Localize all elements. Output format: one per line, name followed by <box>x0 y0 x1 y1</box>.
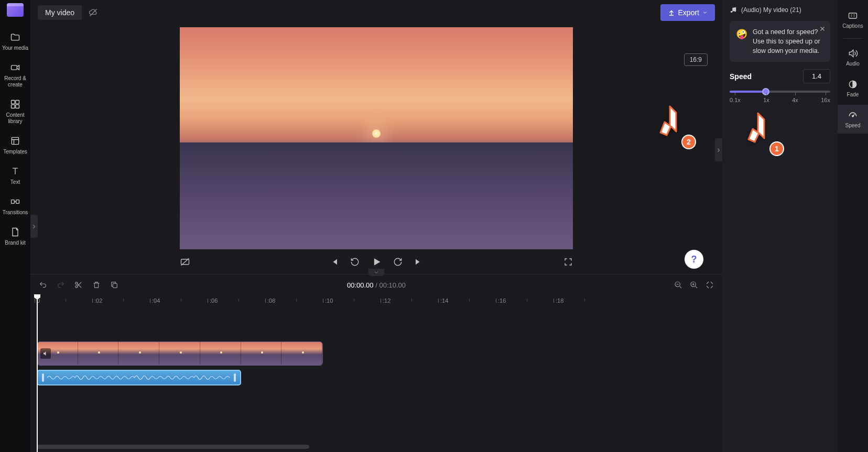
audio-clip[interactable] <box>37 370 241 385</box>
ruler-tick: :08 <box>267 297 275 304</box>
nav-text[interactable]: Text <box>0 160 30 191</box>
chevron-down-icon <box>702 10 708 15</box>
skip-back-icon[interactable] <box>329 257 339 267</box>
nav-label: Your media <box>2 45 28 51</box>
svg-rect-5 <box>12 137 18 144</box>
timecode: 00:00.00 / 00:10.00 <box>347 281 406 289</box>
inspector-panel: (Audio) My video (21) 🤪 Got a need for s… <box>722 0 838 452</box>
nav-templates[interactable]: Templates <box>0 130 30 160</box>
svg-point-11 <box>75 282 78 284</box>
templates-icon <box>9 135 21 147</box>
speedometer-icon <box>848 110 858 120</box>
export-button[interactable]: Export <box>660 4 715 21</box>
slider-tick-label: 1x <box>763 97 769 103</box>
ruler-tick: :06 <box>210 297 218 304</box>
current-time: 00:00.00 <box>347 281 374 289</box>
svg-rect-2 <box>16 101 19 104</box>
fade-icon <box>848 79 858 90</box>
rail-speed[interactable]: Speed <box>838 105 868 134</box>
rewind-icon[interactable] <box>350 257 360 267</box>
nav-your-media[interactable]: Your media <box>0 26 30 57</box>
timeline-ruler[interactable]: 0:02:04:06:08:10:12:14:16:18 <box>37 295 716 311</box>
speed-tip-card: 🤪 Got a need for speed? Use this to spee… <box>730 21 830 62</box>
clip-handle-left[interactable] <box>42 373 44 382</box>
waveform <box>47 374 231 381</box>
slider-tick-label: 16x <box>821 97 830 103</box>
timeline-scrollbar[interactable] <box>37 445 716 449</box>
hide-preview-icon[interactable] <box>180 257 190 267</box>
nav-label: Templates <box>3 149 27 155</box>
rail-captions[interactable]: Captions <box>838 5 868 34</box>
svg-rect-1 <box>12 101 15 104</box>
nav-label: Text <box>10 179 20 185</box>
undo-icon[interactable] <box>39 281 47 289</box>
nav-label: Content library <box>6 112 24 125</box>
transitions-icon <box>9 196 21 207</box>
nav-label: Record & create <box>4 75 26 88</box>
captions-icon <box>848 10 858 21</box>
speed-slider[interactable]: 0.1x1x4x16x <box>730 91 830 103</box>
svg-point-12 <box>75 285 78 288</box>
svg-rect-3 <box>12 105 15 108</box>
selected-clip-title: (Audio) My video (21) <box>730 6 830 14</box>
svg-rect-13 <box>113 283 117 288</box>
topbar: My video Export <box>30 0 722 25</box>
video-clip[interactable] <box>37 341 323 366</box>
nav-content-library[interactable]: Content library <box>0 93 30 130</box>
timeline-toolbar: 00:00.00 / 00:10.00 <box>30 274 722 295</box>
speaker-icon <box>848 48 858 59</box>
speed-row: Speed <box>730 69 830 83</box>
redo-icon[interactable] <box>57 281 65 289</box>
duplicate-icon[interactable] <box>110 281 118 289</box>
ruler-tick: :04 <box>152 297 160 304</box>
nav-brand-kit[interactable]: Brand kit <box>0 221 30 251</box>
rail-audio[interactable]: Audio <box>838 43 868 72</box>
nav-transitions[interactable]: Transitions <box>0 191 30 221</box>
svg-rect-6 <box>12 200 15 204</box>
emoji-icon: 🤪 <box>736 27 747 56</box>
export-label: Export <box>678 8 699 17</box>
forward-icon[interactable] <box>393 257 403 267</box>
ruler-tick: :02 <box>94 297 102 304</box>
project-title[interactable]: My video <box>38 5 82 20</box>
preview-area: 16:9 ? › <box>30 25 722 274</box>
svg-line-8 <box>90 9 96 16</box>
ruler-tick: :12 <box>383 297 390 304</box>
total-time: 00:10.00 <box>379 281 406 289</box>
clip-handle-right[interactable] <box>234 373 236 382</box>
folder-icon <box>9 31 21 43</box>
app-logo[interactable] <box>7 3 24 17</box>
timeline-tracks[interactable] <box>37 311 716 452</box>
zoom-out-icon[interactable] <box>674 281 682 289</box>
play-icon[interactable] <box>371 257 382 267</box>
transport-controls <box>180 257 573 267</box>
camera-icon <box>9 62 21 73</box>
collapse-right-panel[interactable]: › <box>715 138 722 161</box>
aspect-ratio-badge[interactable]: 16:9 <box>684 53 708 66</box>
text-icon <box>9 166 21 177</box>
clip-mute-icon[interactable] <box>40 348 51 359</box>
delete-icon[interactable] <box>92 281 101 289</box>
fullscreen-icon[interactable] <box>563 257 573 267</box>
svg-rect-16 <box>849 13 857 18</box>
nav-record-create[interactable]: Record & create <box>0 57 30 93</box>
brandkit-icon <box>9 226 21 238</box>
playhead[interactable] <box>37 295 38 452</box>
video-preview[interactable] <box>180 27 573 249</box>
svg-rect-7 <box>16 200 19 204</box>
svg-rect-0 <box>12 65 17 70</box>
timeline: 00:00.00 / 00:10.00 0:02:04:06:08:10:12:… <box>30 274 722 452</box>
close-icon[interactable] <box>819 25 826 32</box>
rail-fade[interactable]: Fade <box>838 74 868 103</box>
cloud-sync-icon[interactable] <box>88 7 99 18</box>
ruler-tick: :14 <box>440 297 448 304</box>
ruler-tick: :16 <box>498 297 506 304</box>
help-button[interactable]: ? <box>685 250 703 269</box>
upload-icon <box>668 9 675 16</box>
split-icon[interactable] <box>74 281 83 289</box>
fit-icon[interactable] <box>706 281 714 289</box>
skip-forward-icon[interactable] <box>414 257 424 267</box>
speed-input[interactable] <box>803 69 830 83</box>
zoom-in-icon[interactable] <box>690 281 698 289</box>
ruler-tick: :10 <box>325 297 333 304</box>
